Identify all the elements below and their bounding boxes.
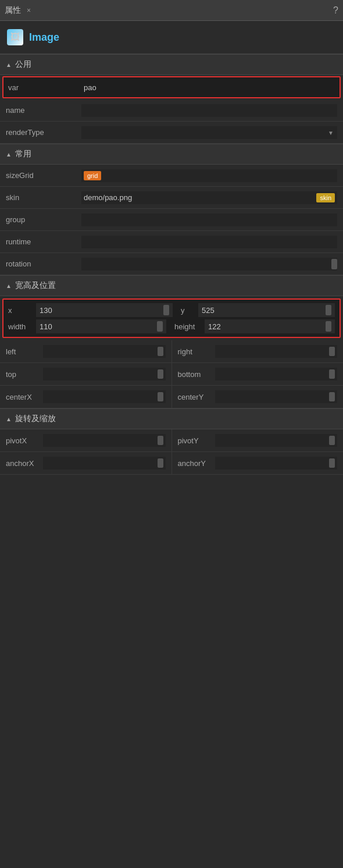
size-grid-badge[interactable]: grid — [84, 171, 101, 180]
prop-size-grid-label: sizeGrid — [6, 171, 81, 180]
x-slider[interactable] — [163, 305, 169, 315]
prop-var-row: var pao — [2, 76, 341, 98]
left-cell: left — [0, 340, 172, 362]
pivoty-slider[interactable] — [329, 436, 335, 445]
prop-runtime-value[interactable] — [81, 236, 337, 248]
pivotx-slider[interactable] — [158, 436, 163, 445]
section-common[interactable]: ▲ 公用 — [0, 54, 343, 75]
prop-skin-value[interactable]: demo/pao.png skin — [81, 191, 337, 204]
prop-group-label: group — [6, 215, 81, 224]
prop-group-row: group — [0, 209, 343, 231]
right-cell: right — [172, 340, 344, 362]
centery-cell: centerY — [172, 386, 344, 408]
x-input[interactable]: 130 — [36, 303, 173, 317]
centery-label: centerY — [178, 393, 215, 401]
pivotx-label: pivotX — [6, 436, 43, 445]
height-slider[interactable] — [326, 321, 331, 332]
bottom-slider[interactable] — [329, 369, 335, 379]
top-slider[interactable] — [158, 369, 163, 379]
top-bottom-row: top bottom — [0, 363, 343, 386]
pivoty-cell: pivotY — [172, 429, 344, 451]
section-rotate-scale[interactable]: ▲ 旋转及缩放 — [0, 408, 343, 429]
y-slider[interactable] — [326, 305, 331, 315]
prop-name-value[interactable] — [81, 104, 337, 117]
prop-skin-label: skin — [6, 193, 81, 202]
pivotx-cell: pivotX — [0, 429, 172, 451]
prop-rotation-value[interactable] — [81, 258, 337, 271]
centery-slider[interactable] — [329, 392, 335, 401]
component-icon-emoji: 🖼 — [10, 32, 20, 42]
prop-name-label: name — [6, 106, 81, 115]
prop-var-label: var — [8, 83, 84, 92]
anchorx-slider[interactable] — [158, 458, 163, 468]
help-icon[interactable]: ? — [333, 5, 338, 16]
prop-name-row: name — [0, 99, 343, 122]
x-value[interactable]: 130 — [40, 306, 161, 315]
anchory-input[interactable] — [215, 457, 338, 469]
centery-input[interactable] — [215, 390, 338, 403]
component-icon: 🖼 — [7, 29, 23, 45]
anchorx-cell: anchorX — [0, 452, 172, 474]
width-value[interactable]: 110 — [40, 322, 155, 331]
xy-row: x 130 y 525 — [8, 303, 335, 317]
render-type-dropdown-arrow: ▼ — [328, 129, 334, 136]
width-slider[interactable] — [157, 321, 163, 332]
anchorx-label: anchorX — [6, 459, 43, 468]
prop-size-grid-row: sizeGrid grid — [0, 165, 343, 187]
tab-close-button[interactable]: × — [24, 5, 33, 16]
right-slider[interactable] — [329, 347, 335, 356]
width-input[interactable]: 110 — [36, 319, 166, 333]
pivotx-input[interactable] — [43, 434, 166, 447]
size-pos-container: x 130 y 525 width 110 height 122 — [2, 298, 341, 338]
width-label: width — [8, 322, 33, 331]
centerxy-row: centerX centerY — [0, 386, 343, 408]
section-size-pos-label: 宽高及位置 — [15, 280, 56, 291]
right-input[interactable] — [215, 345, 338, 358]
section-size-pos[interactable]: ▲ 宽高及位置 — [0, 275, 343, 296]
centerx-input[interactable] — [43, 390, 166, 403]
prop-var-value[interactable]: pao — [84, 83, 335, 92]
bottom-input[interactable] — [215, 368, 338, 380]
rotation-slider-thumb[interactable] — [331, 259, 337, 269]
anchorxy-row: anchorX anchorY — [0, 452, 343, 475]
skin-badge[interactable]: skin — [316, 193, 335, 202]
x-label: x — [8, 306, 33, 315]
top-cell: top — [0, 363, 172, 385]
section-common-label: 公用 — [15, 59, 31, 70]
height-value[interactable]: 122 — [208, 322, 323, 331]
section-rotate-scale-arrow: ▲ — [6, 416, 12, 422]
wh-row: width 110 height 122 — [8, 319, 335, 333]
prop-size-grid-value[interactable]: grid — [81, 169, 337, 182]
prop-rotation-row: rotation — [0, 253, 343, 275]
prop-runtime-label: runtime — [6, 237, 81, 246]
component-name: Image — [29, 31, 59, 44]
centerx-slider[interactable] — [158, 392, 163, 401]
tab-title: 属性 × — [5, 5, 33, 16]
component-header: 🖼 Image — [0, 21, 343, 54]
height-input[interactable]: 122 — [205, 319, 335, 333]
centerx-cell: centerX — [0, 386, 172, 408]
left-label: left — [6, 347, 43, 356]
left-right-row: left right — [0, 340, 343, 363]
pivoty-input[interactable] — [215, 434, 338, 447]
top-label: top — [6, 370, 43, 379]
prop-skin-row: skin demo/pao.png skin — [0, 187, 343, 209]
y-value[interactable]: 525 — [202, 306, 323, 315]
pivotxy-row: pivotX pivotY — [0, 429, 343, 452]
prop-runtime-row: runtime — [0, 231, 343, 253]
y-input[interactable]: 525 — [198, 303, 335, 317]
section-frequent[interactable]: ▲ 常用 — [0, 144, 343, 165]
prop-render-type-value[interactable]: ▼ — [81, 126, 337, 139]
section-frequent-label: 常用 — [15, 149, 31, 159]
tab-bar: 属性 × ? — [0, 0, 343, 21]
height-label: height — [174, 322, 201, 331]
prop-render-type-row: renderType ▼ — [0, 122, 343, 144]
anchorx-input[interactable] — [43, 457, 166, 469]
prop-group-value[interactable] — [81, 214, 337, 226]
anchory-slider[interactable] — [329, 458, 335, 468]
bottom-label: bottom — [178, 370, 215, 379]
top-input[interactable] — [43, 368, 166, 380]
left-slider[interactable] — [158, 347, 163, 356]
left-input[interactable] — [43, 345, 166, 358]
centerx-label: centerX — [6, 393, 43, 401]
